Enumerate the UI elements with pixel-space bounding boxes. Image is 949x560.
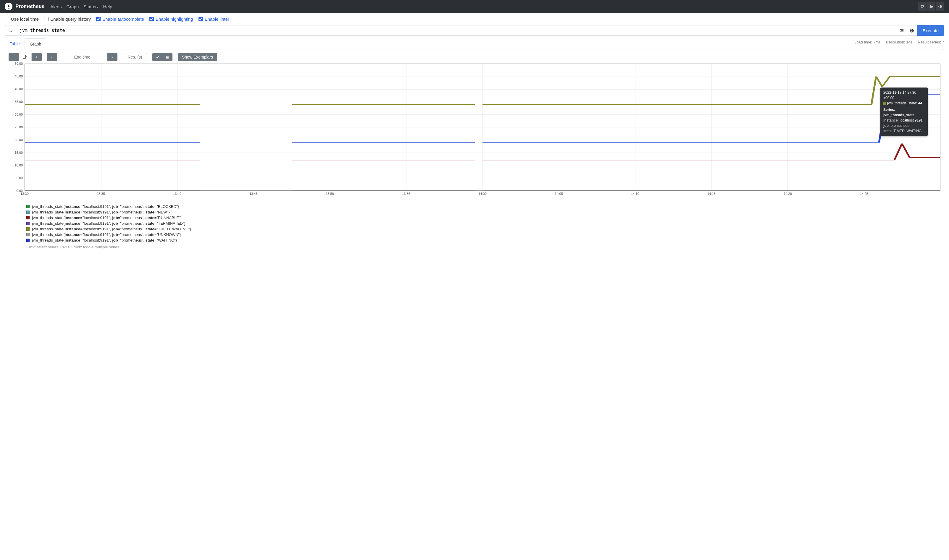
query-stats: Load time: 7ms Resolution: 14s Result se… bbox=[854, 38, 944, 45]
query-input[interactable] bbox=[16, 25, 897, 36]
y-axis-labels: 0.005.0010.0015.0020.0025.0030.0035.0040… bbox=[9, 63, 24, 191]
legend-item[interactable]: jvm_threads_state{instance="localhost:91… bbox=[26, 221, 940, 226]
resolution-input[interactable] bbox=[123, 53, 147, 61]
x-axis-labels: 13:3013:3513:4013:4513:5013:5514:0014:05… bbox=[25, 191, 940, 197]
tooltip-timestamp: 2022-11-18 14:27:30 +00:00 bbox=[883, 90, 925, 100]
brand-text: Prometheus bbox=[15, 3, 45, 9]
legend-item[interactable]: jvm_threads_state{instance="localhost:91… bbox=[26, 226, 940, 232]
nav-help[interactable]: Help bbox=[103, 4, 112, 9]
execute-button[interactable]: Execute bbox=[917, 25, 944, 36]
svg-line-2 bbox=[11, 31, 12, 32]
stat-load: Load time: 7ms bbox=[854, 40, 881, 45]
contrast-icon[interactable] bbox=[935, 2, 944, 11]
theme-switcher bbox=[918, 2, 944, 11]
range-display[interactable]: 1h bbox=[18, 53, 32, 61]
show-exemplars-button[interactable]: Show Exemplars bbox=[178, 53, 217, 61]
chart-type-group bbox=[153, 53, 173, 61]
chart-area[interactable]: 2022-11-18 14:27:30 +00:00 jvm_threads_s… bbox=[25, 63, 940, 191]
stat-resolution: Resolution: 14s bbox=[886, 40, 913, 45]
range-increase[interactable]: + bbox=[32, 53, 42, 61]
graph-panel: − 1h + ‹ › Show Exemplars 0.005.0010.001… bbox=[5, 49, 944, 253]
legend: jvm_threads_state{instance="localhost:91… bbox=[26, 204, 940, 243]
tabs-row: Table Graph Load time: 7ms Resolution: 1… bbox=[0, 36, 949, 49]
stat-series: Result series: 7 bbox=[918, 40, 944, 45]
graph-controls: − 1h + ‹ › Show Exemplars bbox=[9, 53, 940, 61]
globe-icon[interactable] bbox=[907, 25, 917, 36]
range-group: − 1h + bbox=[9, 53, 42, 61]
format-icon[interactable] bbox=[897, 25, 907, 36]
nav-alerts[interactable]: Alerts bbox=[50, 4, 62, 9]
navbar: Prometheus Alerts Graph Status Help bbox=[0, 0, 949, 13]
tooltip: 2022-11-18 14:27:30 +00:00 jvm_threads_s… bbox=[880, 88, 928, 136]
nav-graph[interactable]: Graph bbox=[66, 4, 79, 9]
query-row: Execute bbox=[0, 25, 949, 36]
search-icon[interactable] bbox=[5, 25, 16, 36]
legend-item[interactable]: jvm_threads_state{instance="localhost:91… bbox=[26, 237, 940, 243]
prometheus-icon bbox=[5, 3, 12, 10]
stacked-chart-icon[interactable] bbox=[162, 53, 173, 61]
legend-item[interactable]: jvm_threads_state{instance="localhost:91… bbox=[26, 232, 940, 237]
range-decrease[interactable]: − bbox=[9, 53, 18, 61]
legend-item[interactable]: jvm_threads_state{instance="localhost:91… bbox=[26, 204, 940, 209]
tab-table[interactable]: Table bbox=[5, 38, 25, 49]
opt-history[interactable]: Enable query history bbox=[44, 17, 91, 22]
moon-icon[interactable] bbox=[926, 2, 935, 11]
svg-point-1 bbox=[9, 29, 11, 31]
query-options: Use local time Enable query history Enab… bbox=[0, 13, 949, 25]
legend-item[interactable]: jvm_threads_state{instance="localhost:91… bbox=[26, 215, 940, 221]
brand[interactable]: Prometheus bbox=[5, 3, 45, 10]
nav-status[interactable]: Status bbox=[83, 4, 98, 9]
opt-local-time[interactable]: Use local time bbox=[5, 17, 39, 22]
end-time-input[interactable] bbox=[57, 53, 107, 61]
nav-links: Alerts Graph Status Help bbox=[50, 4, 112, 9]
opt-autocomplete[interactable]: Enable autocomplete bbox=[96, 17, 144, 22]
gear-icon[interactable] bbox=[918, 2, 926, 11]
time-forward[interactable]: › bbox=[107, 53, 117, 61]
tab-graph[interactable]: Graph bbox=[25, 38, 46, 49]
time-group: ‹ › bbox=[47, 53, 117, 61]
legend-item[interactable]: jvm_threads_state{instance="localhost:91… bbox=[26, 209, 940, 215]
legend-hint: Click: select series, CMD + click: toggl… bbox=[26, 245, 940, 249]
opt-highlighting[interactable]: Enable highlighting bbox=[149, 17, 193, 22]
tooltip-swatch bbox=[883, 102, 886, 105]
time-back[interactable]: ‹ bbox=[47, 53, 57, 61]
line-chart-icon[interactable] bbox=[153, 53, 162, 61]
opt-linter[interactable]: Enable linter bbox=[199, 17, 229, 22]
chart[interactable]: 0.005.0010.0015.0020.0025.0030.0035.0040… bbox=[9, 63, 940, 197]
